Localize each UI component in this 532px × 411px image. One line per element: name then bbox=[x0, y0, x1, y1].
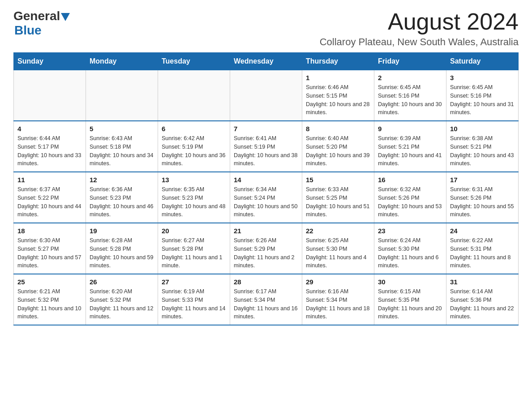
calendar-cell-w2-d1: 4Sunrise: 6:44 AMSunset: 5:17 PMDaylight… bbox=[14, 121, 86, 172]
logo-triangle-icon bbox=[61, 13, 70, 21]
weekday-header-row: Sunday Monday Tuesday Wednesday Thursday… bbox=[14, 53, 519, 70]
day-number: 26 bbox=[90, 278, 154, 286]
calendar-cell-w1-d6: 2Sunrise: 6:45 AMSunset: 5:16 PMDaylight… bbox=[374, 70, 446, 121]
header-sunday: Sunday bbox=[14, 53, 86, 70]
day-number: 31 bbox=[450, 278, 515, 286]
day-info: Sunrise: 6:41 AMSunset: 5:19 PMDaylight:… bbox=[234, 134, 298, 168]
day-info: Sunrise: 6:45 AMSunset: 5:16 PMDaylight:… bbox=[378, 83, 442, 117]
header-friday: Friday bbox=[374, 53, 446, 70]
page-header: General Blue August 2024 Collaroy Platea… bbox=[13, 9, 519, 48]
calendar-cell-w5-d5: 29Sunrise: 6:16 AMSunset: 5:34 PMDayligh… bbox=[302, 274, 374, 325]
week-row-2: 4Sunrise: 6:44 AMSunset: 5:17 PMDaylight… bbox=[14, 121, 519, 172]
calendar-cell-w1-d2 bbox=[86, 70, 158, 121]
day-info: Sunrise: 6:37 AMSunset: 5:22 PMDaylight:… bbox=[17, 185, 82, 219]
month-title: August 2024 bbox=[320, 9, 519, 34]
day-info: Sunrise: 6:19 AMSunset: 5:33 PMDaylight:… bbox=[162, 287, 226, 321]
day-number: 15 bbox=[306, 176, 370, 184]
calendar-cell-w1-d1 bbox=[14, 70, 86, 121]
day-number: 3 bbox=[450, 74, 515, 81]
day-number: 17 bbox=[450, 176, 515, 184]
calendar-cell-w2-d7: 10Sunrise: 6:38 AMSunset: 5:21 PMDayligh… bbox=[446, 121, 519, 172]
day-number: 22 bbox=[306, 227, 370, 235]
day-info: Sunrise: 6:22 AMSunset: 5:31 PMDaylight:… bbox=[450, 236, 515, 270]
day-info: Sunrise: 6:26 AMSunset: 5:29 PMDaylight:… bbox=[234, 236, 298, 270]
calendar-cell-w2-d3: 6Sunrise: 6:42 AMSunset: 5:19 PMDaylight… bbox=[158, 121, 230, 172]
day-info: Sunrise: 6:24 AMSunset: 5:30 PMDaylight:… bbox=[378, 236, 442, 270]
day-info: Sunrise: 6:21 AMSunset: 5:32 PMDaylight:… bbox=[17, 287, 82, 321]
day-number: 25 bbox=[17, 278, 82, 286]
day-number: 8 bbox=[306, 125, 370, 133]
day-number: 12 bbox=[90, 176, 154, 184]
day-info: Sunrise: 6:43 AMSunset: 5:18 PMDaylight:… bbox=[90, 134, 154, 168]
calendar-cell-w5-d4: 28Sunrise: 6:17 AMSunset: 5:34 PMDayligh… bbox=[230, 274, 302, 325]
calendar-cell-w1-d5: 1Sunrise: 6:46 AMSunset: 5:15 PMDaylight… bbox=[302, 70, 374, 121]
day-number: 11 bbox=[17, 176, 82, 184]
calendar-cell-w3-d1: 11Sunrise: 6:37 AMSunset: 5:22 PMDayligh… bbox=[14, 172, 86, 223]
header-wednesday: Wednesday bbox=[230, 53, 302, 70]
day-number: 21 bbox=[234, 227, 298, 235]
calendar-cell-w3-d3: 13Sunrise: 6:35 AMSunset: 5:23 PMDayligh… bbox=[158, 172, 230, 223]
calendar-cell-w3-d6: 16Sunrise: 6:32 AMSunset: 5:26 PMDayligh… bbox=[374, 172, 446, 223]
week-row-1: 1Sunrise: 6:46 AMSunset: 5:15 PMDaylight… bbox=[14, 70, 519, 121]
day-info: Sunrise: 6:27 AMSunset: 5:28 PMDaylight:… bbox=[162, 236, 226, 270]
calendar-cell-w2-d5: 8Sunrise: 6:40 AMSunset: 5:20 PMDaylight… bbox=[302, 121, 374, 172]
day-number: 4 bbox=[17, 125, 82, 133]
week-row-4: 18Sunrise: 6:30 AMSunset: 5:27 PMDayligh… bbox=[14, 223, 519, 274]
day-info: Sunrise: 6:14 AMSunset: 5:36 PMDaylight:… bbox=[450, 287, 515, 321]
location-title: Collaroy Plateau, New South Wales, Austr… bbox=[320, 36, 519, 48]
calendar-cell-w2-d6: 9Sunrise: 6:39 AMSunset: 5:21 PMDaylight… bbox=[374, 121, 446, 172]
day-number: 2 bbox=[378, 74, 442, 81]
calendar-cell-w4-d2: 19Sunrise: 6:28 AMSunset: 5:28 PMDayligh… bbox=[86, 223, 158, 274]
day-number: 20 bbox=[162, 227, 226, 235]
day-number: 30 bbox=[378, 278, 442, 286]
calendar-cell-w4-d3: 20Sunrise: 6:27 AMSunset: 5:28 PMDayligh… bbox=[158, 223, 230, 274]
calendar-cell-w3-d5: 15Sunrise: 6:33 AMSunset: 5:25 PMDayligh… bbox=[302, 172, 374, 223]
calendar-cell-w2-d4: 7Sunrise: 6:41 AMSunset: 5:19 PMDaylight… bbox=[230, 121, 302, 172]
day-number: 16 bbox=[378, 176, 442, 184]
day-number: 1 bbox=[306, 74, 370, 81]
day-info: Sunrise: 6:30 AMSunset: 5:27 PMDaylight:… bbox=[17, 236, 82, 270]
calendar-cell-w1-d4 bbox=[230, 70, 302, 121]
header-saturday: Saturday bbox=[446, 53, 519, 70]
day-info: Sunrise: 6:32 AMSunset: 5:26 PMDaylight:… bbox=[378, 185, 442, 219]
day-info: Sunrise: 6:20 AMSunset: 5:32 PMDaylight:… bbox=[90, 287, 154, 321]
logo: General Blue bbox=[13, 9, 70, 38]
day-info: Sunrise: 6:17 AMSunset: 5:34 PMDaylight:… bbox=[234, 287, 298, 321]
logo-general-text: General bbox=[13, 9, 60, 23]
day-info: Sunrise: 6:28 AMSunset: 5:28 PMDaylight:… bbox=[90, 236, 154, 270]
day-number: 29 bbox=[306, 278, 370, 286]
calendar-cell-w4-d4: 21Sunrise: 6:26 AMSunset: 5:29 PMDayligh… bbox=[230, 223, 302, 274]
day-info: Sunrise: 6:40 AMSunset: 5:20 PMDaylight:… bbox=[306, 134, 370, 168]
day-number: 6 bbox=[162, 125, 226, 133]
day-info: Sunrise: 6:39 AMSunset: 5:21 PMDaylight:… bbox=[378, 134, 442, 168]
day-number: 7 bbox=[234, 125, 298, 133]
day-info: Sunrise: 6:45 AMSunset: 5:16 PMDaylight:… bbox=[450, 83, 515, 117]
calendar-cell-w4-d1: 18Sunrise: 6:30 AMSunset: 5:27 PMDayligh… bbox=[14, 223, 86, 274]
day-info: Sunrise: 6:31 AMSunset: 5:26 PMDaylight:… bbox=[450, 185, 515, 219]
week-row-3: 11Sunrise: 6:37 AMSunset: 5:22 PMDayligh… bbox=[14, 172, 519, 223]
calendar-cell-w1-d7: 3Sunrise: 6:45 AMSunset: 5:16 PMDaylight… bbox=[446, 70, 519, 121]
calendar-cell-w3-d2: 12Sunrise: 6:36 AMSunset: 5:23 PMDayligh… bbox=[86, 172, 158, 223]
calendar-cell-w4-d5: 22Sunrise: 6:25 AMSunset: 5:30 PMDayligh… bbox=[302, 223, 374, 274]
day-number: 28 bbox=[234, 278, 298, 286]
day-number: 10 bbox=[450, 125, 515, 133]
calendar-cell-w2-d2: 5Sunrise: 6:43 AMSunset: 5:18 PMDaylight… bbox=[86, 121, 158, 172]
logo-blue-text: Blue bbox=[14, 23, 42, 37]
header-tuesday: Tuesday bbox=[158, 53, 230, 70]
day-number: 9 bbox=[378, 125, 442, 133]
calendar-cell-w4-d6: 23Sunrise: 6:24 AMSunset: 5:30 PMDayligh… bbox=[374, 223, 446, 274]
day-number: 19 bbox=[90, 227, 154, 235]
day-info: Sunrise: 6:34 AMSunset: 5:24 PMDaylight:… bbox=[234, 185, 298, 219]
calendar-cell-w1-d3 bbox=[158, 70, 230, 121]
calendar-cell-w3-d4: 14Sunrise: 6:34 AMSunset: 5:24 PMDayligh… bbox=[230, 172, 302, 223]
day-number: 5 bbox=[90, 125, 154, 133]
day-info: Sunrise: 6:16 AMSunset: 5:34 PMDaylight:… bbox=[306, 287, 370, 321]
day-info: Sunrise: 6:44 AMSunset: 5:17 PMDaylight:… bbox=[17, 134, 82, 168]
day-number: 13 bbox=[162, 176, 226, 184]
header-monday: Monday bbox=[86, 53, 158, 70]
calendar-cell-w5-d3: 27Sunrise: 6:19 AMSunset: 5:33 PMDayligh… bbox=[158, 274, 230, 325]
title-area: August 2024 Collaroy Plateau, New South … bbox=[320, 9, 519, 48]
day-number: 24 bbox=[450, 227, 515, 235]
calendar-cell-w3-d7: 17Sunrise: 6:31 AMSunset: 5:26 PMDayligh… bbox=[446, 172, 519, 223]
day-info: Sunrise: 6:36 AMSunset: 5:23 PMDaylight:… bbox=[90, 185, 154, 219]
